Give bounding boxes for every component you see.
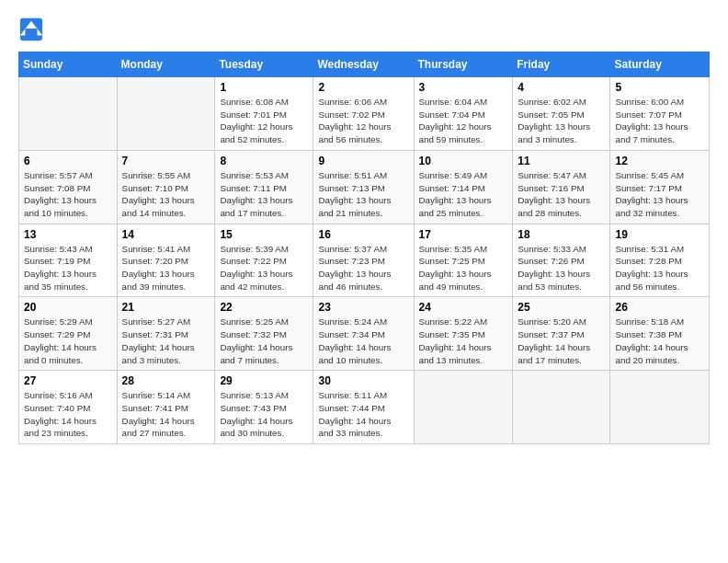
day-info: Sunrise: 6:06 AM Sunset: 7:02 PM Dayligh…	[318, 96, 408, 146]
day-number: 7	[122, 155, 210, 167]
day-info: Sunrise: 5:47 AM Sunset: 7:16 PM Dayligh…	[518, 169, 605, 220]
calendar-cell: 28Sunrise: 5:14 AM Sunset: 7:41 PM Dayli…	[117, 371, 215, 444]
day-info: Sunrise: 6:02 AM Sunset: 7:05 PM Dayligh…	[518, 96, 605, 146]
calendar-cell	[610, 371, 710, 444]
day-number: 22	[220, 301, 308, 314]
day-info: Sunrise: 5:22 AM Sunset: 7:35 PM Dayligh…	[419, 316, 508, 366]
day-number: 6	[24, 155, 112, 167]
day-info: Sunrise: 5:51 AM Sunset: 7:13 PM Dayligh…	[318, 169, 408, 220]
day-info: Sunrise: 5:39 AM Sunset: 7:22 PM Dayligh…	[220, 243, 308, 293]
calendar-cell: 12Sunrise: 5:45 AM Sunset: 7:17 PM Dayli…	[610, 150, 710, 224]
day-number: 20	[24, 301, 112, 314]
calendar-cell: 4Sunrise: 6:02 AM Sunset: 7:05 PM Daylig…	[513, 77, 610, 151]
calendar-cell	[513, 371, 610, 444]
day-info: Sunrise: 6:00 AM Sunset: 7:07 PM Dayligh…	[615, 96, 704, 146]
day-info: Sunrise: 5:27 AM Sunset: 7:31 PM Dayligh…	[122, 316, 210, 366]
day-number: 8	[220, 155, 308, 167]
header-monday: Monday	[117, 52, 215, 77]
calendar-cell: 7Sunrise: 5:55 AM Sunset: 7:10 PM Daylig…	[117, 150, 215, 224]
day-info: Sunrise: 5:45 AM Sunset: 7:17 PM Dayligh…	[615, 169, 704, 220]
calendar-cell: 27Sunrise: 5:16 AM Sunset: 7:40 PM Dayli…	[19, 371, 118, 444]
day-number: 5	[615, 81, 704, 94]
day-number: 25	[518, 301, 605, 314]
day-info: Sunrise: 5:18 AM Sunset: 7:38 PM Dayligh…	[615, 316, 704, 366]
day-info: Sunrise: 5:53 AM Sunset: 7:11 PM Dayligh…	[220, 169, 308, 220]
header-saturday: Saturday	[610, 52, 710, 77]
calendar-week-2: 13Sunrise: 5:43 AM Sunset: 7:19 PM Dayli…	[19, 224, 710, 297]
day-number: 9	[318, 155, 408, 167]
calendar-cell: 13Sunrise: 5:43 AM Sunset: 7:19 PM Dayli…	[19, 224, 118, 297]
calendar-table: SundayMondayTuesdayWednesdayThursdayFrid…	[18, 52, 710, 444]
day-number: 11	[518, 155, 605, 167]
day-info: Sunrise: 5:13 AM Sunset: 7:43 PM Dayligh…	[220, 389, 308, 440]
calendar-cell	[414, 371, 513, 444]
day-number: 15	[220, 228, 308, 241]
calendar-cell	[19, 77, 118, 151]
logo-icon	[18, 17, 44, 42]
day-info: Sunrise: 5:25 AM Sunset: 7:32 PM Dayligh…	[220, 316, 308, 366]
calendar-cell: 23Sunrise: 5:24 AM Sunset: 7:34 PM Dayli…	[313, 297, 414, 371]
day-info: Sunrise: 5:24 AM Sunset: 7:34 PM Dayligh…	[318, 316, 408, 366]
calendar-cell: 17Sunrise: 5:35 AM Sunset: 7:25 PM Dayli…	[414, 224, 513, 297]
day-info: Sunrise: 5:43 AM Sunset: 7:19 PM Dayligh…	[24, 243, 112, 293]
calendar-cell: 2Sunrise: 6:06 AM Sunset: 7:02 PM Daylig…	[313, 77, 414, 151]
calendar-cell: 5Sunrise: 6:00 AM Sunset: 7:07 PM Daylig…	[610, 77, 710, 151]
day-info: Sunrise: 5:14 AM Sunset: 7:41 PM Dayligh…	[122, 389, 210, 440]
day-info: Sunrise: 5:57 AM Sunset: 7:08 PM Dayligh…	[24, 169, 112, 220]
calendar-cell: 21Sunrise: 5:27 AM Sunset: 7:31 PM Dayli…	[117, 297, 215, 371]
day-info: Sunrise: 5:35 AM Sunset: 7:25 PM Dayligh…	[419, 243, 508, 293]
day-info: Sunrise: 5:33 AM Sunset: 7:26 PM Dayligh…	[518, 243, 605, 293]
day-number: 24	[419, 301, 508, 314]
calendar-cell: 16Sunrise: 5:37 AM Sunset: 7:23 PM Dayli…	[313, 224, 414, 297]
calendar-week-3: 20Sunrise: 5:29 AM Sunset: 7:29 PM Dayli…	[19, 297, 710, 371]
day-info: Sunrise: 5:41 AM Sunset: 7:20 PM Dayligh…	[122, 243, 210, 293]
header-wednesday: Wednesday	[313, 52, 414, 77]
day-number: 16	[318, 228, 408, 241]
day-number: 12	[615, 155, 704, 167]
day-number: 19	[615, 228, 704, 241]
day-info: Sunrise: 5:49 AM Sunset: 7:14 PM Dayligh…	[419, 169, 508, 220]
day-number: 2	[318, 81, 408, 94]
page-header	[18, 17, 710, 42]
header-thursday: Thursday	[414, 52, 513, 77]
day-info: Sunrise: 5:29 AM Sunset: 7:29 PM Dayligh…	[24, 316, 112, 366]
calendar-cell: 9Sunrise: 5:51 AM Sunset: 7:13 PM Daylig…	[313, 150, 414, 224]
calendar-cell: 8Sunrise: 5:53 AM Sunset: 7:11 PM Daylig…	[215, 150, 313, 224]
header-sunday: Sunday	[19, 52, 118, 77]
day-number: 17	[419, 228, 508, 241]
calendar-cell: 10Sunrise: 5:49 AM Sunset: 7:14 PM Dayli…	[414, 150, 513, 224]
calendar-cell: 25Sunrise: 5:20 AM Sunset: 7:37 PM Dayli…	[513, 297, 610, 371]
calendar-cell: 26Sunrise: 5:18 AM Sunset: 7:38 PM Dayli…	[610, 297, 710, 371]
calendar-cell: 29Sunrise: 5:13 AM Sunset: 7:43 PM Dayli…	[215, 371, 313, 444]
day-number: 3	[419, 81, 508, 94]
header-friday: Friday	[513, 52, 610, 77]
calendar-cell: 18Sunrise: 5:33 AM Sunset: 7:26 PM Dayli…	[513, 224, 610, 297]
day-info: Sunrise: 6:08 AM Sunset: 7:01 PM Dayligh…	[220, 96, 308, 146]
calendar-cell: 3Sunrise: 6:04 AM Sunset: 7:04 PM Daylig…	[414, 77, 513, 151]
calendar-cell: 22Sunrise: 5:25 AM Sunset: 7:32 PM Dayli…	[215, 297, 313, 371]
calendar-cell: 19Sunrise: 5:31 AM Sunset: 7:28 PM Dayli…	[610, 224, 710, 297]
calendar-cell: 1Sunrise: 6:08 AM Sunset: 7:01 PM Daylig…	[215, 77, 313, 151]
day-info: Sunrise: 5:37 AM Sunset: 7:23 PM Dayligh…	[318, 243, 408, 293]
day-info: Sunrise: 5:55 AM Sunset: 7:10 PM Dayligh…	[122, 169, 210, 220]
day-number: 29	[220, 374, 308, 387]
day-number: 1	[220, 81, 308, 94]
day-number: 21	[122, 301, 210, 314]
day-info: Sunrise: 5:20 AM Sunset: 7:37 PM Dayligh…	[518, 316, 605, 366]
calendar-cell: 15Sunrise: 5:39 AM Sunset: 7:22 PM Dayli…	[215, 224, 313, 297]
day-number: 27	[24, 374, 112, 387]
calendar-week-4: 27Sunrise: 5:16 AM Sunset: 7:40 PM Dayli…	[19, 371, 710, 444]
calendar-cell: 24Sunrise: 5:22 AM Sunset: 7:35 PM Dayli…	[414, 297, 513, 371]
header-tuesday: Tuesday	[215, 52, 313, 77]
svg-rect-2	[25, 29, 37, 37]
calendar-cell	[117, 77, 215, 151]
day-info: Sunrise: 6:04 AM Sunset: 7:04 PM Dayligh…	[419, 96, 508, 146]
calendar-header-row: SundayMondayTuesdayWednesdayThursdayFrid…	[19, 52, 710, 77]
calendar-cell: 20Sunrise: 5:29 AM Sunset: 7:29 PM Dayli…	[19, 297, 118, 371]
calendar-cell: 11Sunrise: 5:47 AM Sunset: 7:16 PM Dayli…	[513, 150, 610, 224]
calendar-cell: 30Sunrise: 5:11 AM Sunset: 7:44 PM Dayli…	[313, 371, 414, 444]
day-number: 23	[318, 301, 408, 314]
day-number: 28	[122, 374, 210, 387]
day-number: 18	[518, 228, 605, 241]
day-info: Sunrise: 5:31 AM Sunset: 7:28 PM Dayligh…	[615, 243, 704, 293]
